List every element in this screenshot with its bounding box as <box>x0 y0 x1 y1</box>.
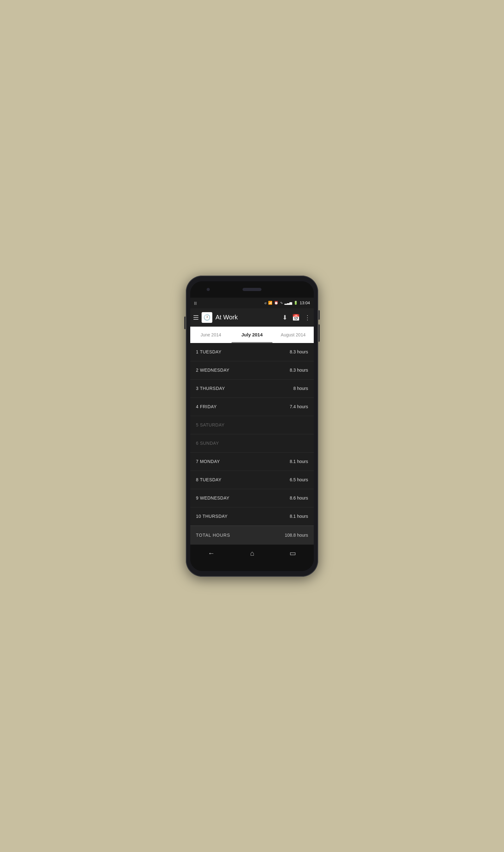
download-button[interactable]: ⬇ <box>282 314 288 321</box>
table-row[interactable]: 4 FRIDAY 7.4 hours <box>190 398 314 416</box>
phone-device: ||| ℮ 📶 ⏰ ∿ ▂▃▅ 🔋 13:04 🕐 At Work ⬇ 📅 <box>186 276 318 577</box>
hamburger-menu-button[interactable] <box>193 315 198 320</box>
bottom-nav: ← ⌂ ▭ <box>190 545 314 562</box>
table-row[interactable]: 10 THURSDAY 8.1 hours <box>190 507 314 526</box>
more-options-button[interactable]: ⋮ <box>304 314 311 321</box>
day-list: 1 TUESDAY 8.3 hours 2 WEDNESDAY 8.3 hour… <box>190 343 314 526</box>
bluetooth-icon: ℮ <box>265 301 267 305</box>
day-label: 2 WEDNESDAY <box>196 367 229 373</box>
front-camera <box>206 288 210 291</box>
table-row[interactable]: 7 MONDAY 8.1 hours <box>190 453 314 471</box>
app-title: At Work <box>215 314 279 321</box>
hours-label: 8.1 hours <box>290 459 308 464</box>
day-label: 8 TUESDAY <box>196 477 221 482</box>
month-tabs: June 2014 July 2014 August 2014 <box>190 327 314 343</box>
table-row[interactable]: 3 THURSDAY 8 hours <box>190 380 314 398</box>
table-row-weekend[interactable]: 5 SATURDAY <box>190 416 314 434</box>
tab-july-2014[interactable]: July 2014 <box>232 327 273 343</box>
day-label: 4 FRIDAY <box>196 404 217 409</box>
recents-button[interactable]: ▭ <box>289 549 296 558</box>
toolbar: 🕐 At Work ⬇ 📅 ⋮ <box>190 308 314 327</box>
status-right: ℮ 📶 ⏰ ∿ ▂▃▅ 🔋 13:04 <box>265 301 310 305</box>
tab-june-2014[interactable]: June 2014 <box>190 327 232 343</box>
table-row[interactable]: 8 TUESDAY 6.5 hours <box>190 471 314 489</box>
back-button[interactable]: ← <box>208 549 215 558</box>
toolbar-actions: ⬇ 📅 ⋮ <box>282 314 311 321</box>
day-label: 6 SUNDAY <box>196 441 219 446</box>
signal-icon: ▂▃▅ <box>285 301 292 305</box>
home-button[interactable]: ⌂ <box>250 549 254 558</box>
total-label: TOTAL HOURS <box>196 532 230 538</box>
day-label: 9 WEDNESDAY <box>196 495 229 501</box>
day-label: 5 SATURDAY <box>196 422 224 428</box>
total-row: TOTAL HOURS 108.8 hours <box>190 526 314 545</box>
calendar-view-button[interactable]: 📅 <box>292 314 300 321</box>
phone-screen: ||| ℮ 📶 ⏰ ∿ ▂▃▅ 🔋 13:04 🕐 At Work ⬇ 📅 <box>190 281 314 571</box>
day-label: 1 TUESDAY <box>196 349 221 354</box>
power-button[interactable] <box>319 310 320 320</box>
sim-icon: 📶 <box>268 301 272 305</box>
notification-icons: ||| <box>194 301 197 305</box>
volume-button[interactable] <box>184 316 185 329</box>
clock: 13:04 <box>300 301 310 305</box>
top-bezel <box>190 281 314 298</box>
day-label: 10 THURSDAY <box>196 514 228 519</box>
hours-label: 8.1 hours <box>290 514 308 519</box>
tab-indicator <box>232 342 273 343</box>
day-label: 3 THURSDAY <box>196 386 225 391</box>
hours-label: 8.6 hours <box>290 495 308 501</box>
earpiece-speaker <box>242 288 262 291</box>
table-row[interactable]: 9 WEDNESDAY 8.6 hours <box>190 489 314 507</box>
hours-label: 7.4 hours <box>290 404 308 409</box>
hours-label: 8.3 hours <box>290 367 308 373</box>
status-bar: ||| ℮ 📶 ⏰ ∿ ▂▃▅ 🔋 13:04 <box>190 298 314 308</box>
table-row[interactable]: 1 TUESDAY 8.3 hours <box>190 343 314 361</box>
wifi-icon: ∿ <box>280 301 283 305</box>
table-row-weekend[interactable]: 6 SUNDAY <box>190 434 314 453</box>
alarm-icon: ⏰ <box>274 301 278 305</box>
total-hours: 108.8 hours <box>285 532 308 538</box>
battery-icon: 🔋 <box>293 301 298 305</box>
hours-label: 6.5 hours <box>290 477 308 482</box>
bottom-bezel <box>190 562 314 571</box>
hours-label: 8.3 hours <box>290 349 308 354</box>
tab-august-2014[interactable]: August 2014 <box>272 327 314 343</box>
camera-button[interactable] <box>319 324 320 342</box>
day-label: 7 MONDAY <box>196 459 220 464</box>
status-left: ||| <box>194 301 197 305</box>
table-row[interactable]: 2 WEDNESDAY 8.3 hours <box>190 361 314 380</box>
app-logo: 🕐 <box>202 312 212 323</box>
hours-label: 8 hours <box>293 386 308 391</box>
